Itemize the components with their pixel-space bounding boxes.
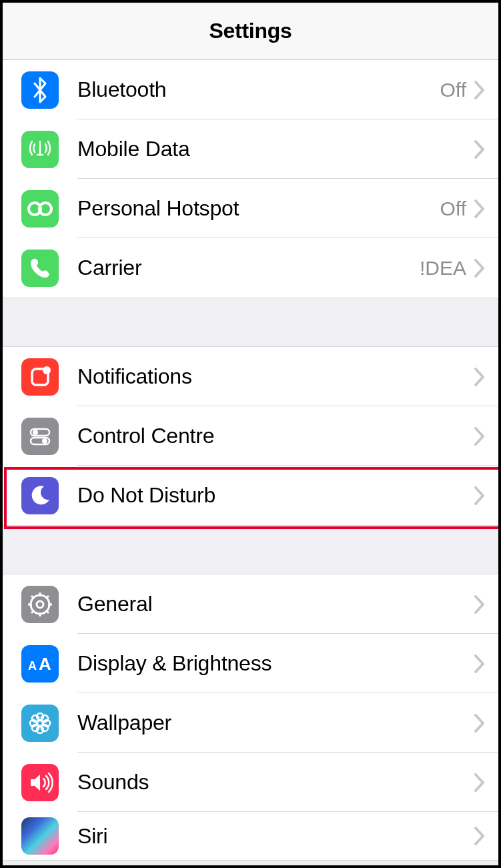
row-label: Carrier [77, 256, 420, 280]
group-spacer [3, 526, 498, 574]
svg-line-15 [46, 610, 49, 613]
row-label: Mobile Data [77, 137, 474, 161]
chevron-right-icon [474, 259, 485, 278]
svg-text:A: A [28, 659, 37, 673]
siri-icon [21, 817, 59, 855]
speaker-icon [21, 764, 59, 801]
chevron-right-icon [474, 655, 485, 673]
svg-line-17 [46, 596, 49, 598]
svg-point-9 [37, 601, 43, 608]
moon-icon [21, 477, 59, 514]
settings-group-connectivity: Bluetooth Off Mobile Data Personal Hotsp… [3, 60, 498, 298]
chevron-right-icon [474, 199, 485, 218]
svg-point-3 [43, 366, 51, 374]
svg-point-5 [33, 430, 38, 435]
row-label: Sounds [77, 770, 474, 795]
row-personal-hotspot[interactable]: Personal Hotspot Off [3, 179, 498, 238]
row-wallpaper[interactable]: Wallpaper [3, 693, 498, 753]
svg-point-7 [42, 438, 47, 444]
row-sounds[interactable]: Sounds [3, 753, 498, 812]
row-label: Display & Brightness [77, 651, 474, 676]
chevron-right-icon [474, 714, 485, 733]
text-size-icon: AA [21, 645, 59, 683]
svg-text:A: A [39, 654, 51, 674]
chevron-right-icon [474, 827, 485, 845]
row-mobile-data[interactable]: Mobile Data [3, 119, 498, 179]
mobile-data-icon [21, 131, 59, 168]
gear-icon [21, 586, 59, 623]
chevron-right-icon [474, 140, 485, 159]
settings-group-general: General AA Display & Brightness Wallpape… [3, 574, 498, 861]
row-do-not-disturb[interactable]: Do Not Disturb [3, 466, 498, 525]
bluetooth-icon [21, 71, 59, 109]
row-label: General [77, 592, 474, 616]
row-value: Off [440, 79, 466, 101]
row-control-centre[interactable]: Control Centre [3, 406, 498, 466]
control-centre-icon [21, 418, 59, 455]
chevron-right-icon [474, 427, 485, 446]
chevron-right-icon [474, 773, 485, 792]
row-label: Personal Hotspot [77, 196, 440, 221]
chevron-right-icon [474, 486, 485, 505]
chevron-right-icon [474, 368, 485, 386]
row-general[interactable]: General [3, 574, 498, 634]
personal-hotspot-icon [21, 190, 59, 228]
row-label: Wallpaper [77, 711, 474, 735]
page-title: Settings [209, 19, 292, 43]
row-label: Siri [77, 824, 474, 849]
flower-icon [21, 705, 59, 742]
row-display-brightness[interactable]: AA Display & Brightness [3, 634, 498, 693]
chevron-right-icon [474, 595, 485, 614]
row-label: Control Centre [77, 424, 474, 448]
header: Settings [3, 3, 498, 60]
settings-group-alerts: Notifications Control Centre Do Not Dist… [3, 346, 498, 526]
chevron-right-icon [474, 81, 485, 99]
row-carrier[interactable]: Carrier !DEA [3, 238, 498, 298]
svg-line-14 [31, 596, 34, 598]
notifications-icon [21, 358, 59, 396]
row-siri[interactable]: Siri [3, 812, 498, 860]
row-label: Bluetooth [77, 77, 440, 102]
group-spacer [3, 298, 498, 346]
phone-icon [21, 250, 59, 287]
row-value: !DEA [420, 257, 466, 280]
row-value: Off [440, 197, 466, 220]
row-bluetooth[interactable]: Bluetooth Off [3, 60, 498, 119]
svg-line-16 [31, 610, 34, 613]
row-notifications[interactable]: Notifications [3, 347, 498, 406]
row-label: Do Not Disturb [77, 483, 474, 508]
row-label: Notifications [77, 364, 474, 389]
